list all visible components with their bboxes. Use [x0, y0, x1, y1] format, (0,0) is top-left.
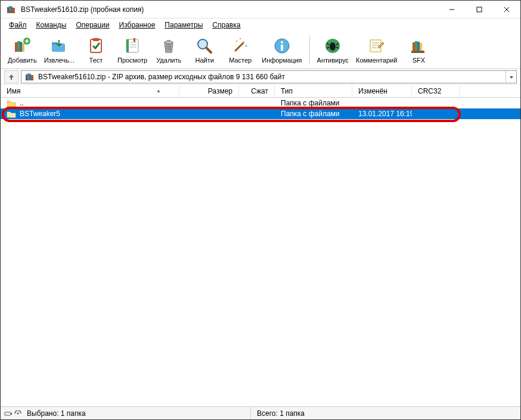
- svg-rect-19: [93, 38, 99, 41]
- svg-rect-9: [15, 42, 17, 52]
- trash-icon: [159, 36, 178, 55]
- svg-rect-51: [415, 41, 417, 52]
- status-right: Всего: 1 папка: [251, 409, 520, 418]
- column-size[interactable]: Размер: [179, 85, 239, 97]
- toolbar-wizard[interactable]: Мастер: [222, 34, 258, 66]
- column-modified[interactable]: Изменён: [352, 85, 412, 97]
- svg-rect-60: [11, 413, 12, 415]
- column-headers: Имя▲ Размер Сжат Тип Изменён CRC32: [1, 85, 520, 98]
- svg-rect-12: [22, 43, 24, 52]
- row-type: Папка с файлами: [275, 110, 352, 118]
- menu-favorites[interactable]: Избранное: [114, 20, 160, 30]
- toolbar-info[interactable]: Информация: [258, 34, 305, 66]
- menubar: Файл Команды Операции Избранное Параметр…: [1, 18, 520, 32]
- svg-point-35: [246, 45, 247, 47]
- svg-rect-50: [413, 42, 415, 52]
- svg-rect-53: [420, 43, 422, 52]
- toolbar-separator: [309, 36, 310, 64]
- status-icons: [4, 410, 22, 416]
- sort-asc-icon: ▲: [156, 88, 161, 94]
- svg-point-41: [330, 42, 336, 51]
- address-text: BSTweaker51610.zip - ZIP архив, размер и…: [38, 73, 285, 81]
- bug-shield-icon: [323, 36, 342, 55]
- svg-rect-10: [17, 41, 20, 52]
- toolbar-add[interactable]: Добавить: [4, 34, 41, 66]
- svg-point-34: [236, 41, 238, 42]
- window-title: BSTweaker51610.zip (пробная копия): [21, 5, 438, 14]
- toolbar-extract[interactable]: Извлечь...: [41, 34, 78, 66]
- svg-rect-58: [31, 75, 33, 80]
- svg-point-61: [17, 412, 19, 414]
- svg-line-32: [206, 48, 211, 52]
- row-name: BSTweaker5: [20, 110, 60, 118]
- folder-icon: [7, 110, 16, 118]
- svg-line-33: [235, 42, 244, 51]
- menu-help[interactable]: Справка: [207, 20, 245, 30]
- svg-rect-54: [411, 51, 424, 53]
- svg-rect-11: [20, 42, 22, 52]
- svg-rect-39: [281, 45, 283, 51]
- notebook-icon: [123, 36, 142, 55]
- archive-icon: [25, 72, 35, 82]
- toolbar-test[interactable]: Тест: [78, 34, 114, 66]
- folder-icon: [7, 99, 16, 107]
- svg-rect-25: [134, 38, 135, 42]
- svg-rect-57: [29, 74, 31, 80]
- up-button[interactable]: [4, 70, 18, 83]
- column-type[interactable]: Тип: [275, 85, 352, 97]
- column-crc[interactable]: CRC32: [412, 85, 460, 97]
- books-sfx-icon: [409, 36, 428, 55]
- svg-rect-27: [167, 40, 170, 42]
- row-type: Папка с файлами: [275, 99, 352, 107]
- menu-operations[interactable]: Операции: [71, 20, 114, 30]
- maximize-button[interactable]: [466, 1, 493, 18]
- address-input[interactable]: BSTweaker51610.zip - ZIP архив, размер и…: [21, 70, 517, 83]
- column-name[interactable]: Имя▲: [1, 85, 179, 97]
- menu-file[interactable]: Файл: [4, 20, 32, 30]
- svg-rect-6: [477, 7, 482, 12]
- status-left: Выбрано: 1 папка: [1, 407, 251, 419]
- status-selected-text: Выбрано: 1 папка: [27, 409, 86, 418]
- app-icon: [7, 5, 16, 14]
- folder-row-selected[interactable]: BSTweaker5 Папка с файлами 13.01.2017 16…: [1, 108, 520, 119]
- minimize-button[interactable]: [438, 1, 466, 18]
- svg-rect-4: [7, 11, 15, 13]
- addressbar: BSTweaker51610.zip - ZIP архив, размер и…: [1, 69, 520, 85]
- file-rows[interactable]: .. Папка с файлами BSTweaker5 Папка с фа…: [1, 98, 520, 406]
- row-modified: 13.01.2017 16:19: [352, 110, 412, 118]
- svg-rect-21: [126, 39, 129, 52]
- svg-rect-59: [5, 412, 11, 415]
- folder-extract-icon: [49, 36, 69, 55]
- svg-rect-55: [26, 74, 27, 80]
- menu-commands[interactable]: Команды: [32, 20, 72, 30]
- parent-folder-row[interactable]: .. Папка с файлами: [1, 98, 520, 108]
- row-name: ..: [20, 99, 24, 107]
- toolbar-view[interactable]: Просмотр: [114, 34, 151, 66]
- status-total-text: Всего: 1 папка: [257, 409, 305, 418]
- svg-point-36: [240, 38, 241, 39]
- svg-point-38: [281, 41, 283, 43]
- titlebar: BSTweaker51610.zip (пробная копия): [1, 1, 520, 18]
- app-window: BSTweaker51610.zip (пробная копия) Файл …: [0, 0, 521, 420]
- clipboard-check-icon: [86, 36, 106, 55]
- svg-rect-52: [417, 42, 420, 52]
- toolbar-antivirus[interactable]: Антивирус: [314, 34, 352, 66]
- toolbar-sfx[interactable]: SFX: [401, 34, 436, 66]
- books-plus-icon: [13, 36, 32, 55]
- column-packed[interactable]: Сжат: [239, 85, 275, 97]
- note-edit-icon: [367, 36, 386, 55]
- file-list: Имя▲ Размер Сжат Тип Изменён CRC32 .. Па…: [1, 85, 520, 406]
- close-button[interactable]: [493, 1, 520, 18]
- svg-rect-18: [91, 39, 101, 52]
- address-dropdown-icon[interactable]: [506, 71, 516, 84]
- menu-options[interactable]: Параметры: [160, 20, 207, 30]
- toolbar-delete[interactable]: Удалить: [151, 34, 187, 66]
- info-icon: [272, 36, 291, 55]
- statusbar: Выбрано: 1 папка Всего: 1 папка: [1, 406, 520, 419]
- svg-rect-56: [27, 73, 29, 80]
- toolbar-comment[interactable]: Комментарий: [352, 34, 401, 66]
- toolbar-find[interactable]: Найти: [187, 34, 222, 66]
- wand-icon: [231, 36, 250, 55]
- search-icon: [195, 36, 214, 55]
- toolbar: Добавить Извлечь... Тест: [1, 32, 520, 69]
